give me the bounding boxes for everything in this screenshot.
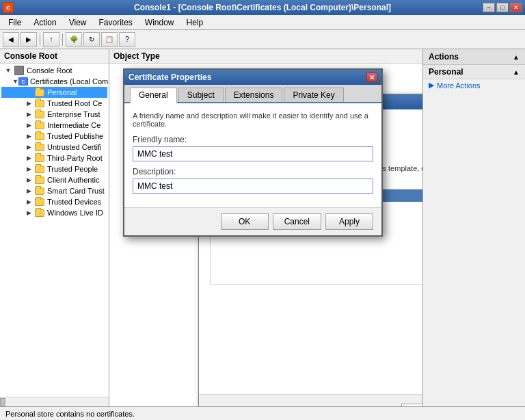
tree-label-client-auth: Client Authentic <box>47 176 99 184</box>
tree-item-untrusted[interactable]: ▶ Untrusted Certifi <box>1 142 107 153</box>
up-button[interactable]: ↑ <box>43 32 59 47</box>
description-input[interactable] <box>133 179 373 194</box>
tree-item-third-party[interactable]: ▶ Third-Party Root <box>1 153 107 163</box>
tree-item-trusted-publish[interactable]: ▶ Trusted Publishe <box>1 131 107 142</box>
tab-general[interactable]: General <box>130 88 177 103</box>
menu-view[interactable]: View <box>64 16 92 29</box>
windows-live-icon <box>34 208 45 218</box>
tree-item-enterprise-trust[interactable]: ▶ Enterprise Trust <box>1 109 107 120</box>
close-button[interactable]: ✕ <box>510 3 522 12</box>
dialog-footer: OK Cancel Apply <box>124 207 381 235</box>
ok-button[interactable]: OK <box>221 213 269 230</box>
dialog-description: A friendly name and description will mak… <box>133 111 373 128</box>
status-bar: Personal store contains no certificates. <box>0 406 525 420</box>
tree-expand-certs[interactable]: ▼ <box>12 78 18 85</box>
actions-section-personal[interactable]: Personal ▲ <box>423 65 525 79</box>
tree-label-trusted-people: Trusted People <box>47 165 98 173</box>
minimize-button[interactable]: – <box>483 3 495 12</box>
title-bar: C Console1 - [Console Root\Certificates … <box>0 0 525 15</box>
tree-label-trusted-root: Trusted Root Ce <box>47 99 102 107</box>
tree-label-smart-card: Smart Card Trust <box>47 187 105 195</box>
tree-expand-console-root[interactable]: ▼ <box>3 67 14 74</box>
help-toolbar-button[interactable]: ? <box>119 32 135 47</box>
apply-button[interactable]: Apply <box>325 213 373 230</box>
tree-item-certs-local[interactable]: ▼ C Certificates (Local Compute <box>1 76 107 87</box>
dialog-body: A friendly name and description will mak… <box>124 103 381 207</box>
trusted-root-icon <box>34 99 45 108</box>
export-button[interactable]: 📋 <box>101 32 118 47</box>
menu-favorites[interactable]: Favorites <box>94 16 138 29</box>
menu-bar: File Action View Favorites Window Help <box>0 15 525 30</box>
menu-file[interactable]: File <box>3 16 27 29</box>
tree-item-personal[interactable]: Personal <box>1 87 107 98</box>
tree-expand-enterprise[interactable]: ▶ <box>23 111 34 118</box>
description-label: Description: <box>133 167 373 176</box>
tree-item-console-root[interactable]: ▼ Console Root <box>1 65 107 76</box>
tree-label-third-party: Third-Party Root <box>47 154 103 162</box>
tree-item-smart-card[interactable]: ▶ Smart Card Trust <box>1 185 107 196</box>
tree-label-console-root: Console Root <box>27 66 72 75</box>
tree-item-trusted-devices[interactable]: ▶ Trusted Devices <box>1 196 107 207</box>
cancel-button-dialog[interactable]: Cancel <box>273 213 321 230</box>
tree-label-intermediate: Intermediate Ce <box>47 121 100 129</box>
title-text: Console1 - [Console Root\Certificates (L… <box>134 3 391 12</box>
tree-label-untrusted: Untrusted Certifi <box>47 143 101 151</box>
dialog-title-text: Certificate Properties <box>129 73 211 82</box>
tree-expand-client-auth[interactable]: ▶ <box>23 176 34 183</box>
actions-more-actions[interactable]: ▶ More Actions <box>423 79 525 91</box>
tree-expand-trusted-devices[interactable]: ▶ <box>23 198 34 205</box>
enterprise-trust-icon <box>34 109 45 119</box>
dialog-tabs: General Subject Extensions Private Key <box>124 85 381 103</box>
window-controls: – □ ✕ <box>483 3 522 12</box>
client-auth-icon <box>34 175 45 185</box>
dialog-titlebar: Certificate Properties ✕ <box>124 70 381 85</box>
trusted-publish-icon <box>34 131 45 141</box>
trusted-people-icon <box>34 164 45 174</box>
toolbar: ◀ ▶ ↑ 🌳 ↻ 📋 ? <box>0 30 525 49</box>
tree-expand-trusted-people[interactable]: ▶ <box>23 166 34 172</box>
tree-expand-untrusted[interactable]: ▶ <box>23 144 34 150</box>
tree-item-intermediate[interactable]: ▶ Intermediate Ce <box>1 120 107 131</box>
show-hide-tree-button[interactable]: 🌳 <box>66 32 82 47</box>
toolbar-separator-2 <box>62 34 63 46</box>
status-text: Personal store contains no certificates. <box>5 410 135 418</box>
refresh-button[interactable]: ↻ <box>83 32 100 47</box>
back-button[interactable]: ◀ <box>3 32 19 47</box>
more-actions-arrow: ▶ <box>429 81 434 90</box>
app-icon: C <box>3 2 14 13</box>
menu-help[interactable]: Help <box>181 16 209 29</box>
menu-window[interactable]: Window <box>139 16 180 29</box>
tree-expand-third-party[interactable]: ▶ <box>23 155 34 161</box>
tab-private-key[interactable]: Private Key <box>284 88 343 102</box>
smart-card-icon <box>34 186 45 196</box>
tree-label-certs-local: Certificates (Local Compute <box>30 77 109 86</box>
maximize-button[interactable]: □ <box>496 3 509 12</box>
certs-local-icon: C <box>18 77 28 86</box>
tree-item-client-auth[interactable]: ▶ Client Authentic <box>1 174 107 185</box>
tree-expand-smart-card[interactable]: ▶ <box>23 187 34 194</box>
tree-expand-trusted-root[interactable]: ▶ <box>23 100 34 107</box>
tree-panel: Console Root ▼ Console Root ▼ C Certific… <box>0 49 109 406</box>
menu-action[interactable]: Action <box>28 16 62 29</box>
details-button[interactable]: Details <box>401 404 422 407</box>
actions-panel: Actions ▲ Personal ▲ ▶ More Actions <box>422 49 525 406</box>
friendly-name-input[interactable] <box>133 146 373 161</box>
tree-expand-intermediate[interactable]: ▶ <box>23 122 34 129</box>
tree-item-windows-live[interactable]: ▶ Windows Live ID <box>1 207 107 218</box>
forward-button[interactable]: ▶ <box>21 32 37 47</box>
console-root-icon <box>14 66 25 75</box>
actions-personal-arrow: ▲ <box>513 68 520 76</box>
tree-item-trusted-root[interactable]: ▶ Trusted Root Ce <box>1 98 107 109</box>
tree-expand-trusted-publish[interactable]: ▶ <box>23 133 34 140</box>
tree-label-windows-live: Windows Live ID <box>47 209 103 217</box>
tree-expand-windows-live[interactable]: ▶ <box>23 209 34 216</box>
cert-props-dialog: Certificate Properties ✕ General Subject… <box>123 68 383 237</box>
actions-collapse-icon[interactable]: ▲ <box>513 53 520 61</box>
more-actions-label: More Actions <box>437 81 481 90</box>
tab-subject[interactable]: Subject <box>178 88 224 102</box>
personal-folder-icon <box>34 88 45 97</box>
actions-header: Actions ▲ <box>423 49 525 65</box>
tree-item-trusted-people[interactable]: ▶ Trusted People <box>1 163 107 174</box>
tab-extensions[interactable]: Extensions <box>225 88 283 102</box>
dialog-close-btn[interactable]: ✕ <box>366 73 377 82</box>
